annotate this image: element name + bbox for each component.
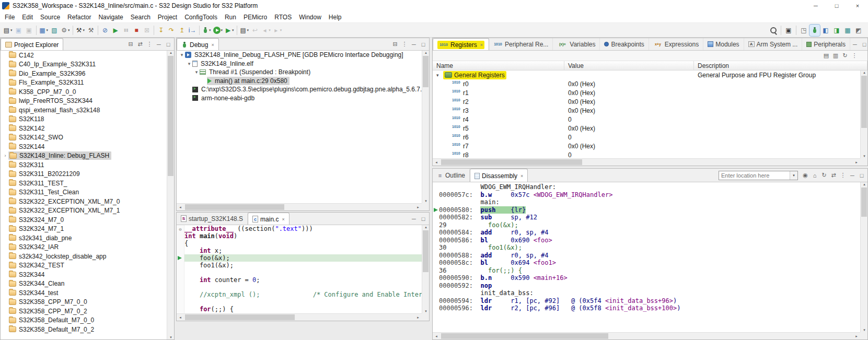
scroll-up-icon[interactable]: ▴ <box>422 225 430 229</box>
scroll-track[interactable] <box>440 333 853 339</box>
tab-debug[interactable]: Debug × <box>177 38 219 51</box>
minimize-view-button[interactable]: ─ <box>154 40 164 49</box>
skip-all-breakpoints-button[interactable]: ⊘ <box>100 25 110 36</box>
menu-item-edit[interactable]: Edit <box>18 12 37 22</box>
scroll-thumb[interactable] <box>423 230 429 272</box>
scroll-thumb[interactable] <box>441 333 608 339</box>
search-button[interactable] <box>768 25 779 36</box>
expander-icon[interactable]: ▾ <box>179 52 185 57</box>
minimize-view-button[interactable]: ─ <box>409 214 419 224</box>
scroll-left-icon[interactable]: ◂ <box>177 204 184 210</box>
project-item[interactable]: S32K342_TEST <box>1 261 167 271</box>
instruction-stepping-button[interactable]: i→ <box>187 25 198 36</box>
view-menu-button[interactable]: ⋮ <box>400 40 409 49</box>
project-item[interactable]: S32K358_Default_M7_0_0 <box>1 316 167 325</box>
register-row[interactable]: r20x0 (Hex) <box>433 97 860 106</box>
scroll-down-icon[interactable]: ▾ <box>861 328 868 332</box>
project-item[interactable]: Dio_Example_S32K396 <box>1 69 167 78</box>
scroll-thumb[interactable] <box>861 76 867 128</box>
tab-peripherals[interactable]: Peripherals <box>802 38 850 50</box>
scroll-up-icon[interactable]: ▴ <box>861 71 868 75</box>
column-header-description[interactable]: Description <box>694 61 867 70</box>
menu-item-refactor[interactable]: Refactor <box>64 12 95 22</box>
scroll-down-icon[interactable]: ▾ <box>422 309 430 313</box>
scroll-right-icon[interactable]: ▸ <box>414 314 422 321</box>
scroll-track[interactable] <box>861 75 867 154</box>
debug-tree-item[interactable]: main() at main.c:29 0x580 <box>177 77 422 86</box>
collapse-all-button[interactable]: ⊟ <box>390 40 400 49</box>
tab-modules[interactable]: Modules <box>703 38 744 50</box>
project-vertical-scrollbar[interactable]: ▴ ▾ <box>167 51 174 339</box>
project-item[interactable]: S32K311 <box>1 160 167 170</box>
step-return-button[interactable]: ↥ <box>177 25 187 36</box>
project-item[interactable]: S32K358_Default_M7_0_2 <box>1 325 167 334</box>
debug-tree-item[interactable]: C:\nxp\S32DS.3.5\eclipse\plugins\com.pem… <box>177 85 422 94</box>
menu-item-run[interactable]: Run <box>221 12 240 22</box>
scroll-up-icon[interactable]: ▴ <box>167 51 175 55</box>
menu-item-pemicro[interactable]: PEMicro <box>240 12 271 22</box>
chevron-down-icon[interactable]: ▾ <box>436 73 443 78</box>
home-button[interactable]: ⌂ <box>810 171 819 180</box>
project-item[interactable]: S32K344 <box>1 270 167 279</box>
combo-dropdown-icon[interactable]: ▾ <box>790 171 797 180</box>
project-item[interactable]: s32k342_lockstep_disable_app <box>1 252 167 261</box>
maximize-view-button[interactable]: □ <box>419 214 428 224</box>
disconnect-button[interactable]: ⊠ <box>142 25 152 36</box>
register-row[interactable]: r40 <box>433 115 860 124</box>
scroll-track[interactable] <box>167 55 174 335</box>
tab-variables[interactable]: Variables <box>553 38 600 50</box>
suspend-button[interactable]: ▮▮ <box>121 25 131 36</box>
refresh-button[interactable]: ↻ <box>819 171 829 180</box>
project-item[interactable]: S32K344_Clean <box>1 279 167 289</box>
cpp-perspective-button[interactable]: ◧ <box>820 25 831 36</box>
disassembly-horizontal-scrollbar[interactable]: ◂ ▸ <box>433 332 860 339</box>
menu-item-window[interactable]: Window <box>295 12 325 22</box>
maximize-view-button[interactable]: □ <box>860 40 867 49</box>
register-row[interactable]: r30x0 (Hex) <box>433 106 860 115</box>
columns-button[interactable]: ▥ <box>831 51 840 61</box>
project-item[interactable]: C40_Ip_Example_S32K311 <box>1 60 167 69</box>
open-perspective-button[interactable]: ◳ <box>798 25 809 36</box>
register-row[interactable]: ▾General RegistersGeneral Purpose and FP… <box>433 71 860 79</box>
tab-breakpoints[interactable]: Breakpoints <box>600 38 649 50</box>
scroll-track[interactable] <box>861 186 867 328</box>
location-input[interactable]: Enter location here <box>719 172 790 179</box>
scroll-track[interactable] <box>440 159 853 166</box>
view-menu-button[interactable]: ⋮ <box>838 171 848 180</box>
menu-item-search[interactable]: Search <box>127 12 154 22</box>
register-row[interactable]: r70x0 (Hex) <box>433 142 860 150</box>
scroll-thumb[interactable] <box>423 56 429 87</box>
fold-minus-icon[interactable]: ⊖ <box>179 227 181 232</box>
scroll-up-icon[interactable]: ▴ <box>422 51 430 55</box>
tab-expressions[interactable]: Expressions <box>649 38 703 50</box>
project-item[interactable]: S32K358_CPP_M7_0_2 <box>1 307 167 316</box>
project-item[interactable]: Fls_Example_S32K311 <box>1 78 167 88</box>
s32-configtools-button[interactable]: ▦▾ <box>38 25 50 36</box>
view-menu-button[interactable]: ⋮ <box>850 51 859 61</box>
menu-item-rtos[interactable]: RTOS <box>271 12 295 22</box>
step-over-button[interactable]: ↷ <box>166 25 177 36</box>
config-perspective-button[interactable]: ▦ <box>842 25 853 36</box>
minimize-view-button[interactable]: ─ <box>409 40 419 49</box>
save-all-button[interactable]: ▣ <box>24 25 34 36</box>
build-button[interactable]: ⚒▾ <box>75 25 86 36</box>
debug-button[interactable]: ▾ <box>201 25 212 36</box>
scroll-thumb[interactable] <box>185 204 284 210</box>
disassembly-vertical-scrollbar[interactable]: ▴ ▾ <box>860 182 867 332</box>
project-item[interactable]: S32K311_Test_Clean <box>1 188 167 197</box>
project-item[interactable]: S32K322_EXCEPTION_XML_M7_0 <box>1 197 167 206</box>
close-tab-icon[interactable]: × <box>520 173 523 179</box>
save-button[interactable]: ▣ <box>14 25 24 36</box>
project-item[interactable]: S32K142 <box>1 124 167 133</box>
project-item[interactable]: ›S32K148_Inline: Debug_FLASH <box>1 151 167 161</box>
back-button[interactable]: ◂▾ <box>260 25 272 36</box>
layout-button[interactable]: ▤ <box>821 51 831 61</box>
scroll-up-icon[interactable]: ▴ <box>861 182 868 186</box>
register-row[interactable]: r10x0 (Hex) <box>433 88 860 97</box>
project-item[interactable]: s32k341_diab_pne <box>1 233 167 243</box>
scroll-left-icon[interactable]: ◂ <box>433 159 440 166</box>
tab-peripheral-registers[interactable]: Peripheral Re... <box>489 38 553 50</box>
column-header-value[interactable]: Value <box>564 61 694 70</box>
editor-content[interactable]: ⊖__attribute__ ((section(".text")))int m… <box>177 225 422 313</box>
project-item[interactable]: S32K324_M7_1 <box>1 225 167 234</box>
